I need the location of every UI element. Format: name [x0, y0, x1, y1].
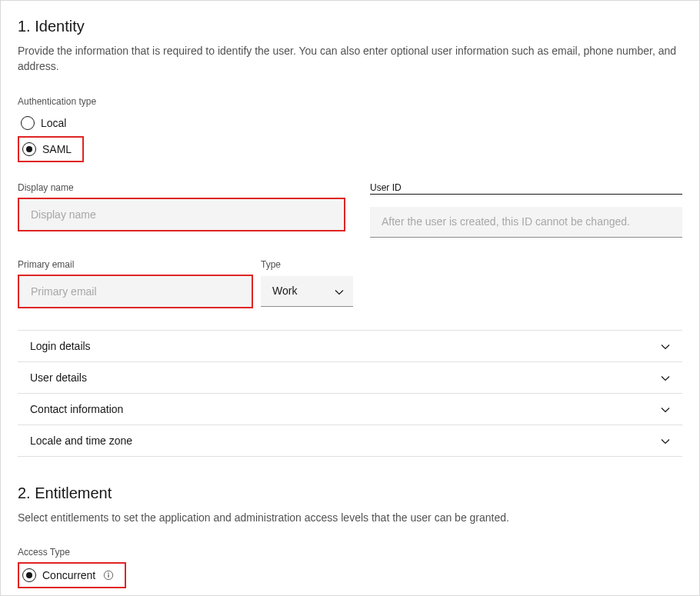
auth-type-label: Authentication type: [18, 96, 682, 107]
accordion-user-details[interactable]: User details: [18, 362, 682, 394]
accordion-login-details-title: Login details: [30, 340, 91, 352]
access-type-label: Access Type: [18, 547, 682, 558]
identity-description: Provide the information that is required…: [18, 43, 682, 75]
radio-unselected-icon: [21, 116, 35, 130]
accordion-locale-timezone[interactable]: Locale and time zone: [18, 425, 682, 457]
radio-selected-icon: [22, 568, 36, 582]
chevron-down-icon: [661, 371, 670, 384]
highlight-primary-email: [18, 275, 253, 308]
chevron-down-icon: [661, 403, 670, 415]
accordion-contact-information-title: Contact information: [30, 403, 123, 415]
auth-type-saml-label: SAML: [42, 143, 72, 155]
primary-email-label: Primary email: [18, 259, 253, 270]
access-type-radio-group: Concurrent Authorized: [18, 562, 682, 596]
auth-type-local-label: Local: [41, 117, 66, 129]
primary-email-field-col: Primary email: [18, 259, 253, 308]
user-id-label: User ID: [370, 182, 682, 195]
entitlement-heading: 2. Entitlement: [18, 484, 682, 502]
primary-email-input[interactable]: [19, 276, 252, 307]
auth-type-radio-group: Local SAML: [18, 112, 682, 162]
chevron-down-icon: [661, 435, 670, 447]
accordion-login-details[interactable]: Login details: [18, 331, 682, 362]
access-type-concurrent-radio[interactable]: Concurrent: [21, 565, 115, 585]
display-name-field-col: Display name: [18, 182, 345, 238]
accordion-locale-timezone-title: Locale and time zone: [30, 435, 132, 447]
accordion-contact-information[interactable]: Contact information: [18, 394, 682, 425]
access-type-authorized-radio[interactable]: Authorized: [18, 591, 682, 596]
email-type-field-col: Type Work: [261, 259, 353, 308]
access-type-concurrent-label: Concurrent: [42, 569, 95, 581]
highlight-concurrent: Concurrent: [18, 562, 126, 588]
user-id-field-col: User ID: [370, 182, 682, 238]
svg-point-1: [108, 572, 109, 574]
display-name-label: Display name: [18, 182, 345, 193]
highlight-saml: SAML: [18, 136, 84, 162]
entitlement-description: Select entitlements to set the applicati…: [18, 510, 682, 525]
identity-heading: 1. Identity: [18, 18, 682, 35]
user-id-input[interactable]: [370, 207, 682, 238]
auth-type-saml-radio[interactable]: SAML: [21, 139, 73, 159]
email-type-select[interactable]: Work: [261, 276, 353, 307]
svg-rect-2: [108, 574, 109, 578]
info-icon[interactable]: [103, 570, 114, 581]
display-name-input[interactable]: [19, 199, 344, 230]
identity-accordion: Login details User details Contact infor…: [18, 330, 682, 457]
email-type-label: Type: [261, 259, 353, 270]
auth-type-local-radio[interactable]: Local: [18, 112, 682, 135]
accordion-user-details-title: User details: [30, 371, 87, 384]
highlight-display-name: [18, 198, 345, 231]
chevron-down-icon: [661, 340, 670, 352]
identity-panel: 1. Identity Provide the information that…: [0, 0, 700, 596]
entitlement-section: 2. Entitlement Select entitlements to se…: [18, 484, 682, 596]
radio-selected-icon: [22, 142, 36, 156]
